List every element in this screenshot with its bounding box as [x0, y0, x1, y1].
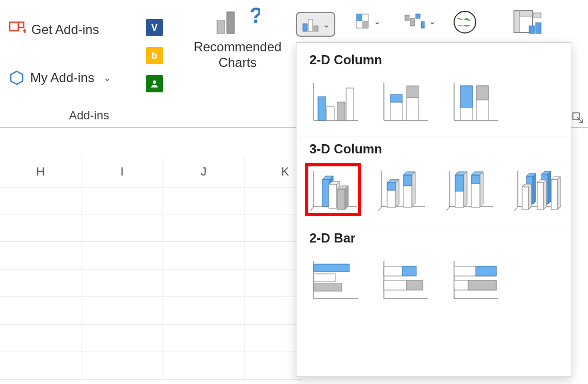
worksheet-grid[interactable]: H I J K [0, 157, 302, 384]
svg-line-58 [379, 206, 382, 211]
chevron-down-icon: ⌄ [429, 16, 436, 26]
insert-maps-button[interactable] [452, 10, 477, 35]
svg-rect-35 [390, 102, 402, 120]
chart-row-3d-column [296, 162, 571, 224]
column-header[interactable]: H [0, 157, 82, 187]
pivotchart-icon [513, 10, 542, 35]
visio-addin-button[interactable]: V [146, 19, 163, 36]
svg-marker-90 [529, 184, 531, 210]
svg-rect-106 [384, 280, 407, 290]
insert-hierarchy-chart-button[interactable]: ⌄ [354, 12, 381, 30]
recommended-charts-label-1: Recommended [189, 39, 286, 55]
svg-marker-74 [464, 172, 467, 207]
clustered-column-2d-button[interactable] [307, 76, 361, 125]
svg-marker-56 [345, 186, 348, 210]
globe-icon [452, 10, 477, 35]
stacked-bar-2d-button[interactable] [377, 254, 431, 303]
grid-row[interactable] [0, 187, 302, 214]
svg-marker-88 [522, 187, 529, 210]
grid-row[interactable] [0, 214, 302, 242]
svg-rect-107 [407, 280, 423, 290]
get-addins-button[interactable]: Get Add-ins [5, 19, 102, 41]
column-headers-row: H I J K [0, 157, 302, 187]
clustered-column-3d-button[interactable] [307, 165, 359, 214]
svg-rect-99 [314, 264, 349, 272]
svg-rect-37 [407, 98, 418, 120]
svg-rect-30 [327, 106, 334, 120]
svg-rect-6 [217, 21, 225, 33]
svg-rect-104 [384, 266, 402, 276]
svg-rect-23 [533, 13, 541, 17]
addin-shortcut-column: V b [146, 19, 163, 92]
svg-rect-22 [514, 11, 519, 32]
svg-rect-24 [529, 26, 535, 33]
grid-row[interactable] [0, 352, 302, 380]
stacked-column-2d-button[interactable] [377, 76, 431, 125]
charts-dialog-launcher[interactable] [572, 112, 584, 124]
svg-rect-25 [536, 23, 541, 33]
svg-point-19 [454, 11, 476, 33]
stacked-column-100-3d-button[interactable] [443, 165, 495, 214]
svg-line-80 [515, 206, 518, 211]
grid-row[interactable] [0, 270, 302, 297]
hierarchy-chart-icon [354, 12, 370, 30]
my-addins-label: My Add-ins [30, 70, 94, 85]
chart-row-2d-column [296, 73, 571, 134]
grid-rows [0, 187, 302, 380]
svg-marker-93 [544, 180, 546, 210]
svg-text:?: ? [249, 5, 260, 27]
svg-rect-105 [402, 266, 416, 276]
svg-rect-101 [314, 284, 342, 291]
svg-marker-54 [337, 189, 345, 210]
column-header[interactable]: J [163, 157, 245, 187]
stacked-bar-100-2d-button[interactable] [448, 254, 502, 303]
chevron-down-icon: ⌄ [323, 19, 330, 30]
svg-rect-15 [405, 15, 409, 21]
grid-row[interactable] [0, 325, 302, 352]
recommended-charts-label-2: Charts [189, 55, 286, 71]
clustered-bar-2d-button[interactable] [307, 254, 361, 303]
svg-marker-61 [387, 183, 396, 190]
insert-pivotchart-button[interactable] [513, 10, 542, 35]
separator [299, 226, 569, 226]
grid-row[interactable] [0, 242, 302, 270]
column-3d-button[interactable] [511, 165, 563, 214]
hexagon-icon [9, 70, 25, 86]
svg-rect-36 [390, 95, 402, 102]
column-chart-icon [301, 15, 320, 33]
svg-rect-29 [318, 97, 326, 120]
svg-rect-9 [303, 24, 307, 31]
stacked-column-100-2d-button[interactable] [448, 76, 502, 125]
svg-marker-65 [403, 175, 412, 186]
store-icon [9, 21, 26, 38]
svg-marker-78 [480, 172, 483, 207]
svg-rect-32 [346, 88, 354, 120]
insert-column-chart-button[interactable]: ⌄ [296, 12, 335, 37]
svg-rect-7 [227, 12, 234, 33]
bing-addin-button[interactable]: b [146, 47, 163, 64]
svg-marker-64 [403, 186, 412, 207]
svg-line-46 [310, 206, 314, 211]
chart-row-2d-bar [296, 251, 571, 313]
grid-row[interactable] [0, 297, 302, 325]
svg-marker-94 [551, 179, 558, 210]
stacked-column-3d-button[interactable] [375, 165, 427, 214]
svg-marker-51 [329, 185, 336, 208]
recommended-charts-icon: ? [189, 5, 286, 35]
svg-marker-60 [387, 190, 396, 207]
svg-rect-1 [18, 22, 24, 28]
section-title-2d-bar: 2-D Bar [296, 228, 571, 251]
people-graph-addin-button[interactable] [146, 75, 163, 92]
insert-waterfall-chart-button[interactable]: ⌄ [404, 12, 436, 30]
svg-marker-91 [537, 183, 544, 210]
column-header[interactable]: I [82, 157, 163, 187]
recommended-charts-button[interactable]: ? Recommended Charts [189, 5, 286, 71]
svg-rect-11 [314, 26, 318, 31]
my-addins-button[interactable]: My Add-ins ⌄ [5, 68, 114, 88]
waterfall-chart-icon [404, 12, 425, 30]
svg-rect-17 [416, 14, 420, 18]
svg-line-69 [447, 206, 450, 211]
svg-rect-14 [362, 21, 368, 28]
separator [299, 137, 569, 137]
chevron-down-icon: ⌄ [374, 16, 381, 26]
